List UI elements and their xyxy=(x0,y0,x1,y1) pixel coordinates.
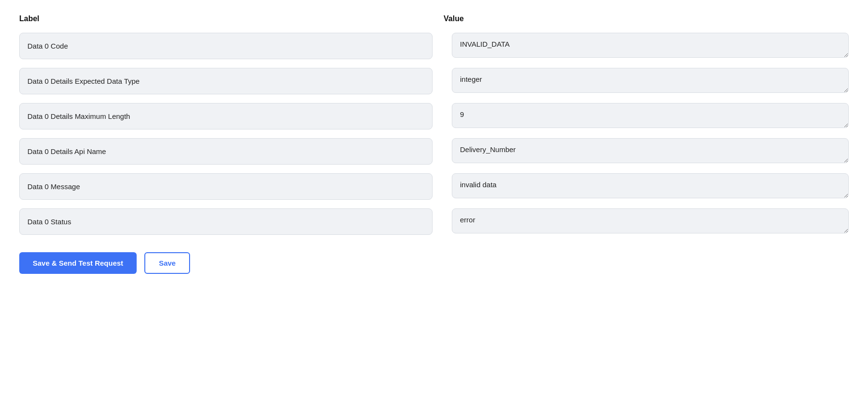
table-row: Data 0 CodeINVALID_DATA xyxy=(19,33,849,59)
field-value-4[interactable]: invalid data xyxy=(452,173,849,198)
field-value-wrapper-2: 9 xyxy=(452,103,849,129)
field-label-1: Data 0 Details Expected Data Type xyxy=(19,68,433,94)
field-value-wrapper-3: Delivery_Number xyxy=(452,138,849,165)
table-row: Data 0 Details Api NameDelivery_Number xyxy=(19,138,849,165)
form-rows: Data 0 CodeINVALID_DATAData 0 Details Ex… xyxy=(19,33,849,235)
value-column-header: Value xyxy=(444,14,849,23)
buttons-row: Save & Send Test Request Save xyxy=(19,252,849,274)
label-column-header: Label xyxy=(19,14,424,23)
table-row: Data 0 Messageinvalid data xyxy=(19,173,849,200)
save-send-button[interactable]: Save & Send Test Request xyxy=(19,252,137,274)
field-value-wrapper-4: invalid data xyxy=(452,173,849,200)
field-value-wrapper-5: error xyxy=(452,208,849,235)
field-value-wrapper-0: INVALID_DATA xyxy=(452,33,849,59)
field-value-1[interactable]: integer xyxy=(452,68,849,93)
field-label-2: Data 0 Details Maximum Length xyxy=(19,103,433,129)
field-value-3[interactable]: Delivery_Number xyxy=(452,138,849,163)
field-value-2[interactable]: 9 xyxy=(452,103,849,128)
table-row: Data 0 Details Maximum Length9 xyxy=(19,103,849,129)
table-row: Data 0 Details Expected Data Typeinteger xyxy=(19,68,849,94)
field-value-0[interactable]: INVALID_DATA xyxy=(452,33,849,58)
field-label-0: Data 0 Code xyxy=(19,33,433,59)
field-label-5: Data 0 Status xyxy=(19,208,433,235)
field-value-wrapper-1: integer xyxy=(452,68,849,94)
table-header: Label Value xyxy=(19,14,849,23)
field-label-3: Data 0 Details Api Name xyxy=(19,138,433,165)
field-label-4: Data 0 Message xyxy=(19,173,433,200)
save-button[interactable]: Save xyxy=(144,252,190,274)
field-value-5[interactable]: error xyxy=(452,208,849,233)
table-row: Data 0 Statuserror xyxy=(19,208,849,235)
